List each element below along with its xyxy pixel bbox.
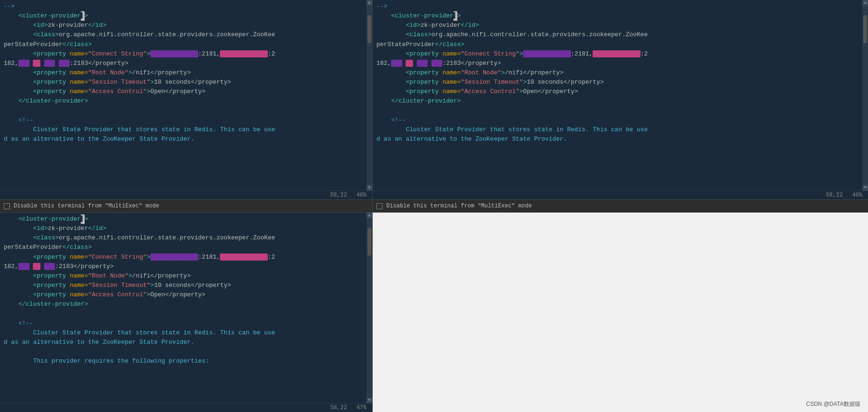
bottom-left-content: <cluster-provider▌> <id>zk-provider</id>…: [0, 213, 372, 368]
bottom-right-toolbar: Disable this terminal from "MultiExec" m…: [373, 199, 868, 213]
top-right-scrollbar[interactable]: ▲ ▼: [862, 0, 868, 190]
cursor-position: 58,22: [330, 192, 347, 198]
main-layout: --> <cluster-provider▌> <id>zk-provider<…: [0, 0, 868, 412]
bottom-left-toolbar: Disable this terminal from "MultiExec" m…: [0, 199, 372, 213]
top-right-editor: --> <cluster-provider▌> <id>zk-provider<…: [373, 0, 868, 199]
bottom-right-empty: CSDN @DATA数据猿: [373, 213, 868, 412]
scroll-percent-2: 47%: [356, 404, 367, 411]
top-left-content: --> <cluster-provider▌> <id>zk-provider<…: [0, 0, 372, 146]
scroll-thumb-3[interactable]: [863, 15, 867, 43]
scroll-percent-3: 46%: [852, 192, 862, 198]
toolbar-label: Disable this terminal from "MultiExec" m…: [14, 203, 159, 209]
top-right-statusbar: 58,22 46%: [373, 190, 868, 199]
bottom-left-scrollbar[interactable]: ▲ ▼: [367, 213, 372, 403]
top-right-content: --> <cluster-provider▌> <id>zk-provider<…: [373, 0, 868, 146]
cursor-position-2: 58,22: [330, 404, 347, 411]
right-panel: --> <cluster-provider▌> <id>zk-provider<…: [373, 0, 868, 412]
multiexec-checkbox-2[interactable]: [376, 203, 383, 209]
multiexec-checkbox[interactable]: [4, 203, 10, 209]
scroll-up-arrow-3[interactable]: ▲: [862, 0, 868, 6]
scroll-percent: 46%: [356, 192, 367, 198]
toolbar-label-2: Disable this terminal from "MultiExec" m…: [386, 203, 532, 209]
top-left-scrollbar[interactable]: ▲ ▼: [367, 0, 372, 190]
scroll-down-arrow-2[interactable]: ▼: [367, 397, 372, 403]
scroll-down-arrow[interactable]: ▼: [367, 185, 372, 190]
top-left-statusbar: 58,22 46%: [0, 190, 372, 199]
scroll-thumb[interactable]: [368, 15, 371, 43]
bottom-left-editor: <cluster-provider▌> <id>zk-provider</id>…: [0, 213, 372, 412]
cursor-position-3: 58,22: [826, 192, 843, 198]
scroll-up-arrow-2[interactable]: ▲: [367, 213, 372, 218]
scroll-up-arrow[interactable]: ▲: [367, 0, 372, 6]
top-left-editor: --> <cluster-provider▌> <id>zk-provider<…: [0, 0, 372, 199]
scroll-down-arrow-3[interactable]: ▼: [862, 185, 868, 190]
bottom-left-statusbar: 58,22 47%: [0, 403, 372, 412]
left-panel: --> <cluster-provider▌> <id>zk-provider<…: [0, 0, 373, 412]
watermark: CSDN @DATA数据猿: [806, 400, 860, 408]
scroll-thumb-2[interactable]: [368, 228, 371, 256]
